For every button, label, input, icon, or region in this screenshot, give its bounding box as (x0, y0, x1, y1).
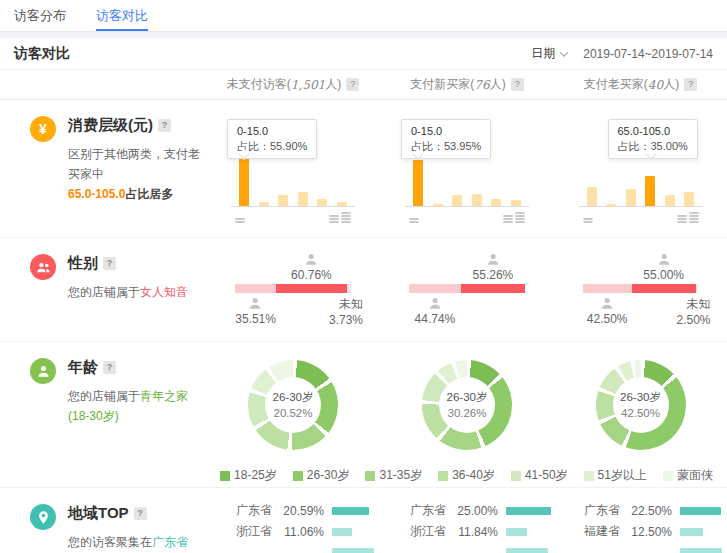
people-icon (30, 254, 56, 280)
legend-swatch (365, 471, 375, 481)
region-list: 广东省 20.59% 浙江省 11.06% (206, 488, 380, 553)
age-chart-cell: 26-30岁 42.50% (554, 342, 727, 456)
region-row: 广东省 22.50% (554, 500, 727, 521)
date-range-value: 2019-07-14~2019-07-14 (583, 47, 713, 61)
female-share: 55.26% (473, 252, 514, 282)
legend-item: 51岁以上 (584, 467, 647, 484)
consumption-bar-chart[interactable]: 0-15.0 占比：55.90% (231, 100, 355, 238)
section-consumption-level: ¥ 消费层级(元) ? 区别于其他两类，支付老买家中 65.0-105.0占比居… (0, 100, 727, 238)
unknown-share: 未知 2.50% (676, 296, 710, 328)
age-chart-cell: 26-30岁 30.26% (380, 342, 554, 456)
region-bar (680, 507, 721, 515)
coin-stack-icon (583, 211, 593, 223)
region-bar (680, 528, 703, 536)
legend-swatch (293, 471, 303, 481)
region-list: 广东省 22.50% 福建省 12.50% (554, 488, 727, 553)
male-person-icon (600, 296, 615, 311)
panel-header: 访客对比 日期 2019-07-14~2019-07-14 (0, 38, 727, 70)
gender-bar[interactable] (235, 284, 351, 293)
age-donut-chart[interactable]: 26-30岁 30.26% (422, 360, 512, 450)
region-title: 地域TOP ? (68, 504, 188, 523)
help-icon[interactable]: ? (103, 361, 116, 374)
female-person-icon (304, 252, 319, 267)
region-row: 浙江省 11.06% (206, 521, 380, 542)
gender-chart-cell: 55.00% 42.50% 未知 2.50% (554, 238, 727, 342)
age-title: 年龄 ? (68, 358, 200, 377)
legend-swatch (220, 471, 230, 481)
region-bar (506, 507, 551, 515)
location-pin-icon (30, 504, 56, 530)
gender-desc: 您的店铺属于女人知音 (68, 282, 188, 302)
age-donut-chart[interactable]: 26-30岁 20.52% (248, 360, 338, 450)
legend-item: 26-30岁 (293, 467, 350, 484)
region-bar-partial (506, 548, 548, 553)
consumption-desc-highlight: 65.0-105.0 (68, 187, 125, 201)
donut-center-label: 26-30岁 42.50% (613, 377, 669, 433)
gender-stacked-bar[interactable]: 55.00% 42.50% 未知 2.50% (583, 238, 699, 342)
age-chart-cell: 26-30岁 20.52% (206, 342, 380, 456)
age-legend: 18-25岁 26-30岁 31-35岁 36-40岁 41-50岁 51岁以上… (206, 464, 727, 487)
column-headers: 未支付访客(1,501人) ? 支付新买家(76人) ? 支付老买家(40人) … (0, 70, 727, 100)
price-axis (231, 211, 355, 223)
region-bar-partial (680, 548, 722, 553)
region-chart-cell: 广东省 20.59% 浙江省 11.06% (206, 488, 380, 553)
male-person-icon (427, 296, 442, 311)
date-filter-dropdown[interactable]: 日期 (531, 45, 567, 62)
coin-stack-icon (409, 211, 419, 223)
gender-bar[interactable] (409, 284, 525, 293)
region-row: 广东省 20.59% (206, 500, 380, 521)
gender-stacked-bar[interactable]: 60.76% 35.51% 未知 3.73% (235, 238, 351, 342)
bar-group (405, 157, 529, 207)
region-chart-cell: 广东省 25.00% 浙江省 11.84% (380, 488, 554, 553)
person-icon (30, 358, 56, 384)
region-row: 浙江省 11.84% (380, 521, 554, 542)
column-header-unpaid: 未支付访客(1,501人) ? (206, 70, 380, 99)
unknown-segment (696, 284, 699, 293)
legend-item: 31-35岁 (365, 467, 422, 484)
region-bar (332, 528, 352, 536)
unknown-share: 未知 3.73% (329, 296, 363, 328)
age-donut-chart[interactable]: 26-30岁 42.50% (596, 360, 686, 450)
coin-stacks-icon (329, 211, 351, 223)
male-segment (235, 284, 276, 293)
gender-stacked-bar[interactable]: 55.26% 44.74% (409, 238, 525, 342)
section-age: 年龄 ? 您的店铺属于青年之家(18-30岁) 26-30岁 20.52% (0, 342, 727, 488)
tab-visitor-compare[interactable]: 访客对比 (96, 0, 148, 31)
help-icon[interactable]: ? (346, 78, 359, 91)
donut-center-label: 26-30岁 30.26% (439, 377, 495, 433)
price-axis (405, 211, 529, 223)
consumption-bar-chart[interactable]: 65.0-105.0 占比：35.00% (579, 100, 703, 238)
help-icon[interactable]: ? (103, 257, 116, 270)
age-info: 年龄 ? 您的店铺属于青年之家(18-30岁) (0, 342, 206, 487)
coin-stacks-icon (503, 211, 525, 223)
help-icon[interactable]: ? (684, 78, 697, 91)
region-bar (506, 528, 527, 536)
unknown-segment (347, 284, 351, 293)
gender-desc-highlight: 女人知音 (140, 285, 188, 299)
region-row: 福建省 12.50% (554, 521, 727, 542)
bar-group (231, 157, 355, 207)
consumption-bar-chart[interactable]: 0-15.0 占比：53.95% (405, 100, 529, 238)
region-info: 地域TOP ? 您的访客聚集在广东省 (0, 488, 206, 553)
region-chart-cell: 广东省 22.50% 福建省 12.50% (554, 488, 727, 553)
help-icon[interactable]: ? (158, 119, 171, 132)
help-icon[interactable]: ? (511, 78, 524, 91)
region-row: 广东省 25.00% (380, 500, 554, 521)
gender-chart-cell: 60.76% 35.51% 未知 3.73% (206, 238, 380, 342)
section-region-top: 地域TOP ? 您的访客聚集在广东省 广东省 20.59% 浙江省 11.06% (0, 488, 727, 553)
column-header-new-buyers: 支付新买家(76人) ? (380, 70, 554, 99)
coin-stack-icon (235, 211, 245, 223)
consumption-title: 消费层级(元) ? (68, 116, 200, 135)
region-desc: 您的访客聚集在广东省 (68, 532, 188, 552)
male-person-icon (248, 296, 263, 311)
legend-item: 36-40岁 (438, 467, 495, 484)
region-desc-highlight: 广东省 (152, 535, 188, 549)
gender-title: 性别 ? (68, 254, 188, 273)
tab-visitor-distribution[interactable]: 访客分布 (14, 0, 66, 31)
male-share: 35.51% (235, 296, 276, 326)
gender-bar[interactable] (583, 284, 699, 293)
female-person-icon (485, 252, 500, 267)
consumption-chart-cell: 65.0-105.0 占比：35.00% (554, 100, 727, 238)
region-bar (332, 507, 369, 515)
help-icon[interactable]: ? (134, 507, 147, 520)
